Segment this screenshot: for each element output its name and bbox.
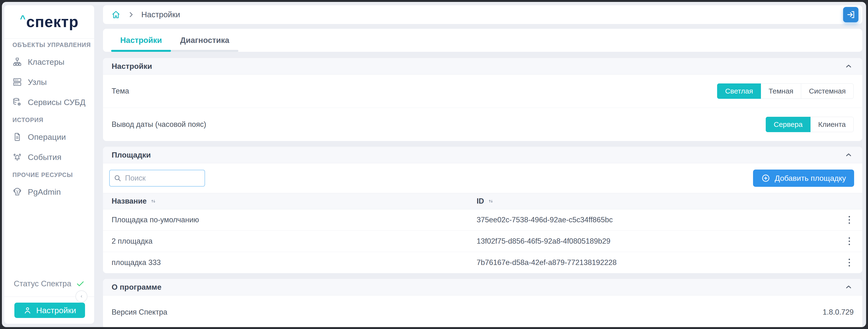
column-label: ID — [477, 197, 484, 205]
section-title: Площадки — [112, 150, 151, 160]
theme-label: Тема — [112, 87, 129, 95]
table-row: площадка 333 7b76167e-d58a-42ef-a879-772… — [103, 252, 862, 273]
kebab-icon — [848, 237, 850, 246]
theme-segmented-control: Светлая Темная Системная — [717, 83, 854, 99]
theme-setting-row: Тема Светлая Темная Системная — [103, 75, 862, 108]
main-area: Настройки Настройки Диагностика Настройк… — [103, 5, 862, 327]
column-label: Название — [112, 197, 147, 205]
sites-toolbar: Добавить площадку — [103, 163, 862, 193]
user-icon — [23, 306, 32, 314]
site-id: 13f02f75-d856-46f5-92a8-4f0805189b29 — [477, 237, 845, 246]
row-menu-button[interactable] — [845, 257, 854, 268]
row-menu-button[interactable] — [845, 236, 854, 247]
sidebar-item-clusters[interactable]: Кластеры — [4, 52, 94, 72]
document-icon — [12, 132, 22, 142]
chevron-right-icon — [127, 11, 134, 18]
sidebar-settings-label: Настройки — [36, 306, 76, 315]
timezone-option-server[interactable]: Сервера — [766, 117, 810, 132]
kebab-icon — [848, 258, 850, 267]
sidebar-item-events[interactable]: События — [4, 147, 94, 167]
settings-section: Настройки Тема Светлая Темная Системная … — [103, 58, 862, 141]
chevron-left-icon — [79, 294, 84, 299]
section-title: Настройки — [112, 62, 152, 71]
sidebar-item-operations[interactable]: Операции — [4, 127, 94, 147]
sidebar-item-label: Кластеры — [28, 57, 64, 67]
theme-option-dark[interactable]: Темная — [761, 83, 801, 99]
sidebar-item-label: PgAdmin — [28, 187, 61, 197]
check-icon — [76, 279, 85, 288]
sidebar-settings-button[interactable]: Настройки — [14, 303, 85, 318]
login-icon — [846, 10, 855, 19]
database-gear-icon — [12, 98, 22, 107]
sidebar-section-objects: ОБЪЕКТЫ УПРАВЛЕНИЯ — [12, 42, 94, 49]
sites-section: Площадки Добавить площадку Название — [103, 147, 862, 273]
sidebar-section-other: ПРОЧИЕ РЕСУРСЫ — [12, 171, 94, 179]
search-icon — [114, 174, 122, 182]
logo: ^спектр — [4, 5, 94, 38]
theme-option-light[interactable]: Светлая — [717, 83, 761, 99]
version-label: Версия Спектра — [112, 308, 167, 317]
site-name: 2 площадка — [112, 237, 477, 246]
tab-settings[interactable]: Настройки — [111, 29, 171, 52]
search-input[interactable] — [109, 170, 205, 187]
version-value: 1.8.0.729 — [823, 308, 854, 317]
breadcrumb: Настройки — [103, 5, 862, 24]
sites-section-header: Площадки — [103, 147, 862, 163]
app-window: ^спектр ОБЪЕКТЫ УПРАВЛЕНИЯ Кластеры Узлы… — [2, 2, 866, 327]
site-name: Площадка по-умолчанию — [112, 216, 477, 224]
column-header-id[interactable]: ID — [477, 197, 845, 205]
home-icon[interactable] — [111, 10, 121, 20]
search-box — [109, 170, 205, 187]
logo-caret: ^ — [20, 13, 26, 24]
chevron-up-icon[interactable] — [844, 283, 853, 291]
logo-text: спектр — [26, 13, 78, 30]
add-site-label: Добавить площадку — [775, 174, 846, 183]
bell-icon — [12, 152, 22, 162]
tab-underline — [111, 50, 171, 52]
sidebar-item-db-services[interactable]: Сервисы СУБД — [4, 92, 94, 112]
kebab-icon — [848, 215, 850, 225]
sort-icon — [150, 198, 157, 204]
about-section-header: О программе — [103, 279, 862, 296]
theme-option-system[interactable]: Системная — [801, 83, 854, 99]
plus-circle-icon — [761, 174, 770, 183]
site-id: 7b76167e-d58a-42ef-a879-772138192228 — [477, 258, 845, 267]
table-row: 2 площадка 13f02f75-d856-46f5-92a8-4f080… — [103, 231, 862, 252]
column-header-name[interactable]: Название — [112, 197, 477, 205]
timezone-segmented-control: Сервера Клиента — [766, 117, 854, 132]
breadcrumb-current: Настройки — [141, 10, 180, 19]
sidebar-item-label: Сервисы СУБД — [28, 98, 86, 107]
site-name: площадка 333 — [112, 258, 477, 267]
sidebar-collapse-button[interactable] — [75, 291, 87, 302]
sites-table-header: Название ID — [103, 193, 862, 209]
tabs-bar: Настройки Диагностика — [103, 29, 862, 52]
sidebar-item-label: Операции — [28, 132, 66, 142]
row-menu-button[interactable] — [845, 215, 854, 225]
tab-diagnostics[interactable]: Диагностика — [171, 29, 238, 52]
version-row: Версия Спектра 1.8.0.729 — [103, 296, 862, 327]
table-row: Площадка по-умолчанию 375ee02c-7538-496d… — [103, 209, 862, 231]
servers-icon — [12, 77, 22, 87]
sidebar-item-pgadmin[interactable]: PgAdmin — [4, 182, 94, 202]
sort-icon — [488, 198, 494, 204]
chevron-up-icon[interactable] — [844, 62, 853, 70]
timezone-setting-row: Вывод даты (часовой пояс) Сервера Клиент… — [103, 108, 862, 141]
chevron-up-icon[interactable] — [844, 151, 853, 159]
tab-underline — [171, 50, 238, 52]
add-site-button[interactable]: Добавить площадку — [753, 169, 854, 187]
tab-label: Настройки — [120, 36, 162, 45]
sidebar-section-history: ИСТОРИЯ — [12, 116, 94, 124]
tab-label: Диагностика — [180, 36, 229, 45]
sidebar: ^спектр ОБЪЕКТЫ УПРАВЛЕНИЯ Кластеры Узлы… — [4, 5, 94, 324]
sidebar-item-label: События — [28, 153, 61, 162]
sidebar-item-nodes[interactable]: Узлы — [4, 72, 94, 92]
sidebar-item-label: Узлы — [28, 78, 47, 87]
timezone-option-client[interactable]: Клиента — [810, 117, 854, 132]
cluster-icon — [12, 57, 22, 67]
elephant-icon — [12, 187, 22, 197]
about-section: О программе Версия Спектра 1.8.0.729 — [103, 279, 862, 327]
login-button[interactable] — [843, 7, 859, 22]
spektr-status: Статус Спектра — [4, 279, 94, 288]
site-id: 375ee02c-7538-496d-92ae-c5c34ff865bc — [477, 216, 845, 224]
spektr-status-label: Статус Спектра — [14, 279, 71, 288]
